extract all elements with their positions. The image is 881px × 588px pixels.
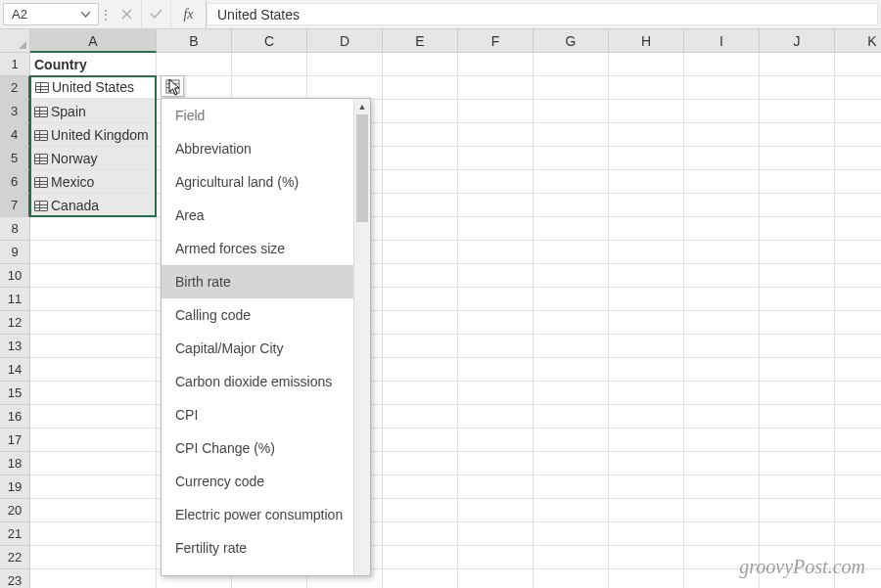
column-header-A[interactable]: A [30,29,157,53]
row-header-14[interactable]: 14 [0,358,30,382]
cell-F5[interactable] [458,147,533,170]
cell-G23[interactable] [533,569,609,588]
cell-I11[interactable] [684,288,760,311]
cell-K17[interactable] [835,429,881,452]
dropdown-item[interactable]: Area [162,199,353,232]
cell-E23[interactable] [383,569,458,588]
cell-J14[interactable] [760,358,835,382]
cell-H14[interactable] [609,358,684,382]
cell-E3[interactable] [383,100,458,123]
cell-F12[interactable] [458,311,533,335]
cell-K18[interactable] [835,452,881,475]
cell-E13[interactable] [383,335,458,358]
cell-E8[interactable] [383,217,458,241]
cell-E11[interactable] [383,288,458,311]
cell-I6[interactable] [684,170,760,194]
cell-K6[interactable] [835,170,881,194]
cell-A2[interactable]: United States [30,76,157,100]
cell-F15[interactable] [458,382,533,405]
cell-H1[interactable] [609,53,684,76]
cell-I2[interactable] [684,76,760,100]
cell-A8[interactable] [30,217,157,241]
cell-J23[interactable] [760,569,835,588]
cell-G13[interactable] [533,335,609,358]
row-header-19[interactable]: 19 [0,475,30,499]
cell-G16[interactable] [533,405,609,429]
fx-icon[interactable]: fx [171,0,207,28]
cell-E20[interactable] [383,499,458,522]
cell-K19[interactable] [835,475,881,499]
cell-F22[interactable] [458,546,533,569]
cell-I9[interactable] [684,241,760,264]
cell-A4[interactable]: United Kingdom [30,123,157,147]
chevron-down-icon[interactable] [81,12,90,18]
cell-J9[interactable] [760,241,835,264]
row-header-22[interactable]: 22 [0,546,30,569]
cell-K7[interactable] [835,194,881,217]
row-header-8[interactable]: 8 [0,217,30,241]
cell-H13[interactable] [609,335,684,358]
cell-F17[interactable] [458,429,533,452]
cell-K20[interactable] [835,499,881,522]
cell-G8[interactable] [533,217,609,241]
row-header-12[interactable]: 12 [0,311,30,335]
cell-A20[interactable] [30,499,157,522]
cell-H18[interactable] [609,452,684,475]
cell-J22[interactable] [760,546,835,569]
cell-A15[interactable] [30,382,157,405]
cell-A9[interactable] [30,241,157,264]
cell-G6[interactable] [533,170,609,194]
cell-G15[interactable] [533,382,609,405]
cell-J20[interactable] [760,499,835,522]
cell-F10[interactable] [458,264,533,288]
cell-F21[interactable] [458,522,533,546]
cell-D1[interactable] [307,53,383,76]
cell-F6[interactable] [458,170,533,194]
row-header-20[interactable]: 20 [0,499,30,522]
cell-G3[interactable] [533,100,609,123]
cell-E6[interactable] [383,170,458,194]
cell-G20[interactable] [533,499,609,522]
column-header-E[interactable]: E [383,29,458,53]
cell-K13[interactable] [835,335,881,358]
cell-A10[interactable] [30,264,157,288]
cell-A16[interactable] [30,405,157,429]
cell-F8[interactable] [458,217,533,241]
cell-E15[interactable] [383,382,458,405]
cell-J6[interactable] [760,170,835,194]
cell-F16[interactable] [458,405,533,429]
cell-J3[interactable] [760,100,835,123]
cell-F9[interactable] [458,241,533,264]
cell-H3[interactable] [609,100,684,123]
dropdown-item[interactable]: Armed forces size [162,232,353,265]
cell-I21[interactable] [684,522,760,546]
row-header-16[interactable]: 16 [0,405,30,429]
cell-A13[interactable] [30,335,157,358]
cell-G10[interactable] [533,264,609,288]
cell-B1[interactable] [157,53,232,76]
cell-G22[interactable] [533,546,609,569]
row-header-5[interactable]: 5 [0,147,30,170]
cell-K8[interactable] [835,217,881,241]
cell-K10[interactable] [835,264,881,288]
cell-H10[interactable] [609,264,684,288]
cell-K15[interactable] [835,382,881,405]
cell-A14[interactable] [30,358,157,382]
cell-K5[interactable] [835,147,881,170]
row-header-3[interactable]: 3 [0,100,30,123]
cell-J12[interactable] [760,311,835,335]
cell-I10[interactable] [684,264,760,288]
cell-K11[interactable] [835,288,881,311]
cell-D2[interactable] [307,76,383,100]
cell-K3[interactable] [835,100,881,123]
cell-K23[interactable] [835,569,881,588]
cell-F20[interactable] [458,499,533,522]
row-header-13[interactable]: 13 [0,335,30,358]
cell-E9[interactable] [383,241,458,264]
column-header-K[interactable]: K [835,29,881,53]
row-header-15[interactable]: 15 [0,382,30,405]
cell-I22[interactable] [684,546,760,569]
dropdown-item[interactable]: Capital/Major City [162,332,353,365]
cell-E4[interactable] [383,123,458,147]
cell-C1[interactable] [232,53,307,76]
